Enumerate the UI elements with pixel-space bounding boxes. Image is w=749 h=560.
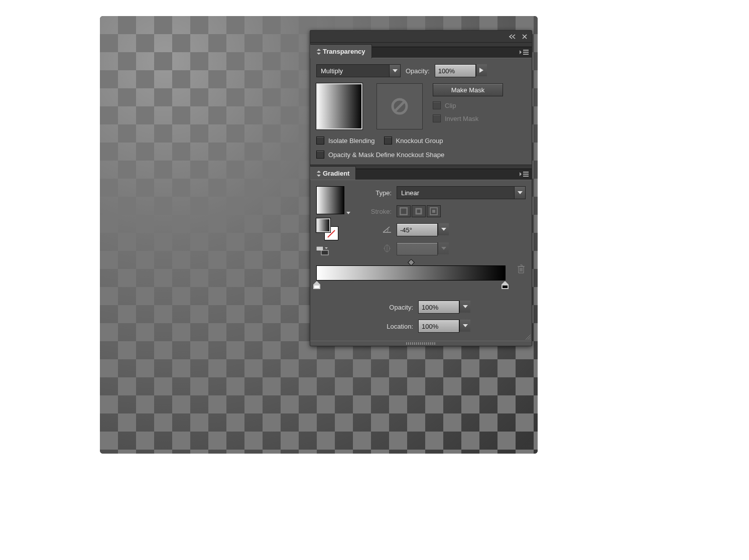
stop-location-value: 100% — [422, 323, 438, 330]
opacity-input[interactable]: 100% — [435, 64, 476, 77]
angle-value: -45° — [400, 226, 412, 234]
opacity-mask-define-label: Opacity & Mask Define Knockout Shape — [328, 151, 444, 159]
artwork-thumbnail[interactable] — [316, 83, 362, 129]
gradient-type-value: Linear — [397, 187, 514, 199]
stop-location-label: Location: — [387, 323, 413, 330]
panel-drag-grip[interactable] — [310, 341, 532, 346]
fill-stroke-selector[interactable] — [316, 218, 338, 240]
clip-label: Clip — [445, 102, 456, 109]
aspect-ratio-icon — [361, 244, 392, 254]
svg-rect-7 — [432, 210, 435, 213]
dropdown-arrow-icon[interactable] — [459, 301, 470, 313]
tab-transparency-label: Transparency — [323, 48, 365, 55]
stroke-align-across-button[interactable] — [427, 205, 441, 217]
panel-flyout-menu-icon[interactable] — [520, 171, 529, 178]
panels-group: Transparency Multiply Opacity: 100% — [310, 30, 532, 346]
opacity-slider-flyout-icon[interactable] — [476, 64, 487, 76]
stroke-align-along-button[interactable] — [412, 205, 426, 217]
panel-flyout-menu-icon[interactable] — [520, 49, 529, 56]
make-mask-button[interactable]: Make Mask — [433, 83, 503, 96]
gradient-preset-menu-icon[interactable] — [344, 212, 350, 214]
panel-toggle-icon — [317, 49, 321, 55]
gradient-panel: Type: Linear Stroke: — [310, 180, 532, 341]
gradient-ramp[interactable] — [316, 265, 506, 281]
opacity-label: Opacity: — [406, 67, 430, 75]
invert-mask-label: Invert Mask — [445, 115, 478, 122]
tab-transparency[interactable]: Transparency — [310, 44, 372, 58]
svg-rect-5 — [416, 209, 421, 214]
type-label: Type: — [361, 189, 392, 197]
svg-rect-3 — [321, 250, 328, 255]
dropdown-arrow-icon[interactable] — [438, 223, 449, 235]
tab-gradient[interactable]: Gradient — [310, 166, 356, 180]
aspect-ratio-input — [397, 242, 438, 255]
panel-titlebar[interactable] — [310, 31, 532, 43]
no-mask-icon — [391, 97, 409, 115]
collapse-panel-icon[interactable] — [509, 33, 517, 41]
stroke-gradient-alignment — [397, 205, 441, 217]
knockout-group-checkbox[interactable] — [384, 136, 392, 145]
dropdown-arrow-icon[interactable] — [459, 320, 470, 332]
isolate-blending-label: Isolate Blending — [328, 137, 375, 145]
stop-location-input[interactable]: 100% — [418, 320, 459, 333]
close-panel-icon[interactable] — [521, 33, 529, 41]
angle-input[interactable]: -45° — [397, 223, 438, 236]
dropdown-arrow-icon — [438, 242, 449, 254]
dropdown-arrow-icon[interactable] — [389, 65, 400, 77]
tab-gradient-label: Gradient — [323, 170, 349, 177]
fill-swatch[interactable] — [316, 218, 330, 232]
svg-rect-4 — [400, 208, 407, 215]
invert-mask-checkbox[interactable] — [433, 114, 441, 122]
stop-opacity-input[interactable]: 100% — [418, 301, 459, 314]
clip-checkbox[interactable] — [433, 101, 441, 109]
panel-toggle-icon — [317, 171, 321, 177]
mask-thumbnail[interactable] — [377, 83, 423, 129]
isolate-blending-checkbox[interactable] — [316, 136, 324, 145]
opacity-value: 100% — [438, 67, 455, 75]
svg-line-1 — [395, 101, 405, 111]
stop-opacity-label: Opacity: — [389, 304, 413, 311]
reverse-gradient-icon[interactable] — [316, 246, 354, 255]
blend-mode-value: Multiply — [317, 65, 389, 77]
gradient-type-dropdown[interactable]: Linear — [397, 186, 526, 199]
make-mask-label: Make Mask — [451, 86, 484, 94]
dropdown-arrow-icon[interactable] — [514, 187, 525, 199]
panel-resize-grip[interactable] — [524, 333, 531, 340]
stroke-label: Stroke: — [361, 208, 392, 215]
transparency-tabbar: Transparency — [310, 43, 532, 58]
angle-icon — [361, 226, 392, 234]
stop-opacity-value: 100% — [422, 304, 438, 311]
gradient-stop-left[interactable] — [313, 281, 320, 289]
gradient-fill-preview[interactable] — [316, 186, 344, 214]
gradient-stop-right[interactable] — [502, 281, 509, 289]
gradient-tabbar: Gradient — [310, 165, 532, 180]
blend-mode-dropdown[interactable]: Multiply — [316, 64, 401, 77]
opacity-mask-define-checkbox[interactable] — [316, 151, 324, 159]
delete-stop-icon[interactable] — [518, 264, 526, 273]
knockout-group-label: Knockout Group — [396, 137, 443, 145]
transparency-panel: Multiply Opacity: 100% — [310, 58, 532, 165]
stroke-align-within-button[interactable] — [397, 205, 411, 217]
